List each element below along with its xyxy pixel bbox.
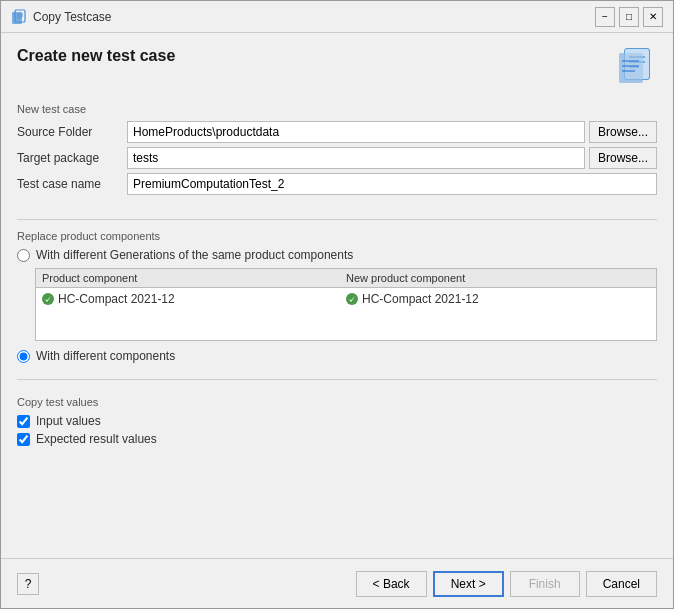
product-cell-1: HC-Compact 2021-12 [42, 292, 346, 306]
divider-1 [17, 219, 657, 220]
target-package-label: Target package [17, 151, 127, 165]
product-name-1: HC-Compact 2021-12 [58, 292, 175, 306]
divider-2 [17, 379, 657, 380]
source-folder-row: Source Folder Browse... [17, 121, 657, 143]
page-header-icon [617, 47, 657, 87]
title-bar-controls: − □ ✕ [595, 7, 663, 27]
product-icon-inner-1 [45, 296, 51, 302]
window: Copy Testcase − □ ✕ Create new test case [0, 0, 674, 609]
input-values-checkbox[interactable] [17, 415, 30, 428]
radio-generations-label: With different Generations of the same p… [36, 248, 353, 262]
maximize-button[interactable]: □ [619, 7, 639, 27]
page-title: Create new test case [17, 47, 175, 65]
title-bar-left: Copy Testcase [11, 9, 112, 25]
product-icon-green-1 [42, 293, 54, 305]
new-product-cell-1: HC-Compact 2021-12 [346, 292, 650, 306]
radio-different-components-label: With different components [36, 349, 175, 363]
expected-result-checkbox[interactable] [17, 433, 30, 446]
target-package-input[interactable] [127, 147, 585, 169]
table-empty-space [36, 310, 656, 340]
radio-generations[interactable] [17, 249, 30, 262]
replace-section-label: Replace product components [17, 230, 657, 242]
test-case-name-row: Test case name [17, 173, 657, 195]
source-folder-label: Source Folder [17, 125, 127, 139]
help-button[interactable]: ? [17, 573, 39, 595]
next-button[interactable]: Next > [433, 571, 504, 597]
product-icon-inner-2 [349, 296, 355, 302]
svg-rect-11 [619, 53, 643, 83]
input-values-label: Input values [36, 414, 101, 428]
radio-different-components[interactable] [17, 350, 30, 363]
title-bar: Copy Testcase − □ ✕ [1, 1, 673, 33]
product-table-header: Product component New product component [36, 269, 656, 288]
table-row: HC-Compact 2021-12 HC-Compact 2021-12 [36, 288, 656, 310]
spacer [17, 450, 657, 544]
input-values-option: Input values [17, 414, 657, 428]
replace-section: Replace product components With differen… [17, 230, 657, 369]
product-icon-green-2 [346, 293, 358, 305]
page-header: Create new test case [17, 47, 657, 87]
radio-option-1: With different Generations of the same p… [17, 248, 657, 262]
copy-test-values-label: Copy test values [17, 396, 657, 408]
back-button[interactable]: < Back [356, 571, 427, 597]
test-case-name-input[interactable] [127, 173, 657, 195]
target-package-browse-button[interactable]: Browse... [589, 147, 657, 169]
product-table: Product component New product component … [35, 268, 657, 341]
bottom-right: < Back Next > Finish Cancel [356, 571, 657, 597]
copy-test-values-section: Copy test values Input values Expected r… [17, 396, 657, 450]
close-button[interactable]: ✕ [643, 7, 663, 27]
test-case-name-label: Test case name [17, 177, 127, 191]
source-folder-input[interactable] [127, 121, 585, 143]
col-new-product-component: New product component [346, 272, 650, 284]
minimize-button[interactable]: − [595, 7, 615, 27]
bottom-left: ? [17, 573, 39, 595]
copy-testcase-icon [11, 9, 27, 25]
content-area: Create new test case New test case [1, 33, 673, 558]
radio-option-2: With different components [17, 349, 657, 363]
target-package-row: Target package Browse... [17, 147, 657, 169]
expected-result-label: Expected result values [36, 432, 157, 446]
bottom-bar: ? < Back Next > Finish Cancel [1, 558, 673, 608]
new-test-case-label: New test case [17, 103, 657, 115]
new-product-name-1: HC-Compact 2021-12 [362, 292, 479, 306]
cancel-button[interactable]: Cancel [586, 571, 657, 597]
finish-button[interactable]: Finish [510, 571, 580, 597]
col-product-component: Product component [42, 272, 346, 284]
new-test-case-section: New test case Source Folder Browse... Ta… [17, 103, 657, 199]
title-bar-title: Copy Testcase [33, 10, 112, 24]
source-folder-browse-button[interactable]: Browse... [589, 121, 657, 143]
expected-result-option: Expected result values [17, 432, 657, 446]
